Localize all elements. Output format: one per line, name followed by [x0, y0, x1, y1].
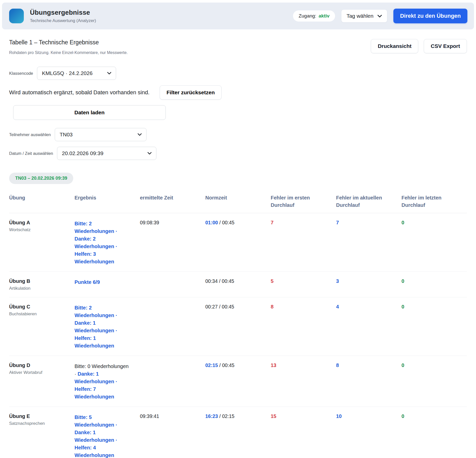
measured-time: 09:39:41 — [140, 413, 205, 458]
errors-first-run: 8 — [271, 304, 336, 350]
csv-export-button[interactable]: CSV Export — [424, 39, 467, 53]
chevron-down-icon — [138, 133, 142, 136]
reset-filter-button[interactable]: Filter zurücksetzen — [160, 85, 222, 100]
load-data-button[interactable]: Daten laden — [13, 105, 166, 120]
exercise-name: Übung B — [9, 278, 66, 284]
errors-last-run: 0 — [401, 362, 467, 400]
participant-label: Teilnehmer auswählen — [9, 132, 51, 137]
exercise-name: Übung D — [9, 362, 66, 368]
results-table: Übung Ergebnis ermittelte Zeit Normzeit … — [9, 189, 467, 458]
access-value: aktiv — [319, 13, 329, 19]
errors-last-run: 0 — [401, 304, 467, 350]
exercise-name: Übung E — [9, 413, 66, 419]
class-code-value: KMLG5Q · 24.2.2026 — [42, 70, 93, 76]
table-row: Übung A Wortschatz Bitte: 2 Wiederholung… — [9, 213, 467, 272]
exercise-category: Aktiver Wortabruf — [9, 370, 66, 375]
result-link[interactable]: Danke: 1 Wiederholungen · Helfen: 7 Wied… — [75, 371, 117, 399]
norm-time-rest: / 00:45 — [218, 220, 234, 225]
errors-current-run: 3 — [336, 278, 401, 291]
errors-first-run: 13 — [271, 362, 336, 400]
errors-first-run: 7 — [271, 220, 336, 265]
access-label: Zugang: — [299, 13, 316, 19]
measured-time: 09:08:39 — [140, 220, 205, 265]
datetime-value: 20.02.2026 09:39 — [62, 150, 103, 156]
errors-first-run: 5 — [271, 278, 336, 291]
measured-time — [140, 304, 205, 350]
filter-panel: Klassencode KMLG5Q · 24.2.2026 Wird auto… — [0, 55, 476, 160]
exercise-category: Buchstabieren — [9, 312, 66, 317]
errors-last-run: 0 — [401, 278, 467, 291]
print-view-button[interactable]: Druckansicht — [371, 39, 418, 53]
autofill-hint: Wird automatisch ergänzt, sobald Daten v… — [9, 89, 150, 96]
norm-time-rest: / 02:15 — [218, 413, 234, 419]
table-row: Übung D Aktiver Wortabruf Bitte: 0 Wiede… — [9, 356, 467, 407]
exercise-name: Übung C — [9, 304, 66, 310]
column-header-normzeit: Normzeit — [205, 194, 271, 209]
table-row: Übung B Artikulation Punkte 6/9 00:34 / … — [9, 272, 467, 297]
errors-last-run: 0 — [401, 413, 467, 458]
page-title: Übungsergebnisse — [30, 9, 96, 16]
section-header: Tabelle 1 – Technische Ergebnisse Rohdat… — [0, 29, 476, 55]
chevron-down-icon — [377, 15, 382, 17]
result-link[interactable]: Punkte 6/9 — [75, 279, 100, 285]
app-logo — [9, 9, 24, 23]
chevron-down-icon — [107, 72, 111, 75]
errors-current-run: 8 — [336, 362, 401, 400]
go-to-exercises-button[interactable]: Direkt zu den Übungen — [393, 9, 467, 23]
class-code-label: Klassencode — [9, 71, 33, 76]
measured-time — [140, 278, 205, 291]
day-select-value: Tag wählen — [346, 13, 373, 19]
chevron-down-icon — [148, 152, 152, 155]
exercise-category: Artikulation — [9, 286, 66, 291]
table-header-row: Übung Ergebnis ermittelte Zeit Normzeit … — [9, 189, 467, 213]
exercise-name: Übung A — [9, 220, 66, 226]
table-row: Übung C Buchstabieren Bitte: 2 Wiederhol… — [9, 297, 467, 356]
errors-current-run: 10 — [336, 413, 401, 458]
norm-time-highlight: 16:23 — [205, 413, 218, 419]
result-link[interactable]: Bitte: 2 Wiederholungen · Danke: 2 Wiede… — [75, 221, 117, 264]
table-row: Übung E Satznachsprechen Bitte: 5 Wieder… — [9, 407, 467, 458]
day-select[interactable]: Tag wählen — [341, 9, 387, 23]
section-subtitle: Rohdaten pro Sitzung. Keine Einzel-Komme… — [9, 50, 128, 55]
page-subtitle: Technische Auswertung (Analyzer) — [30, 18, 96, 23]
datetime-select[interactable]: 20.02.2026 09:39 — [57, 147, 156, 160]
errors-current-run: 7 — [336, 220, 401, 265]
column-header-fehler-aktuell: Fehler im aktuellen Durchlauf — [336, 194, 401, 209]
section-title: Tabelle 1 – Technische Ergebnisse — [9, 39, 128, 46]
class-code-select[interactable]: KMLG5Q · 24.2.2026 — [37, 67, 116, 80]
column-header-fehler-letzter: Fehler im letzten Durchlauf — [401, 194, 467, 209]
norm-time-rest: / 00:45 — [218, 362, 234, 368]
result-link[interactable]: Bitte: 2 Wiederholungen · Danke: 1 Wiede… — [75, 305, 117, 349]
participant-select[interactable]: TN03 — [55, 128, 147, 141]
measured-time — [140, 362, 205, 400]
result-link[interactable]: Bitte: 5 Wiederholungen · Danke: 1 Wiede… — [75, 414, 117, 458]
norm-time-rest: 00:34 / 00:45 — [205, 278, 234, 284]
app-header: Übungsergebnisse Technische Auswertung (… — [2, 3, 474, 29]
exercise-category: Satznachsprechen — [9, 421, 66, 426]
participant-value: TN03 — [60, 132, 72, 138]
norm-time-rest: 00:27 / 00:45 — [205, 304, 234, 309]
column-header-uebung: Übung — [9, 194, 75, 209]
column-header-ergebnis: Ergebnis — [75, 194, 140, 209]
title-block: Übungsergebnisse Technische Auswertung (… — [30, 9, 96, 23]
column-header-zeit: ermittelte Zeit — [140, 194, 205, 209]
errors-current-run: 4 — [336, 304, 401, 350]
errors-first-run: 15 — [271, 413, 336, 458]
norm-time-highlight: 02:15 — [205, 362, 218, 368]
session-badge: TN03 – 20.02.2026 09:39 — [9, 173, 73, 184]
exercise-category: Wortschatz — [9, 227, 66, 232]
column-header-fehler-erster: Fehler im ersten Durchlauf — [271, 194, 336, 209]
datetime-label: Datum / Zeit auswählen — [9, 151, 53, 156]
norm-time-highlight: 01:00 — [205, 220, 218, 225]
errors-last-run: 0 — [401, 220, 467, 265]
access-status-badge: Zugang: aktiv — [293, 10, 335, 22]
